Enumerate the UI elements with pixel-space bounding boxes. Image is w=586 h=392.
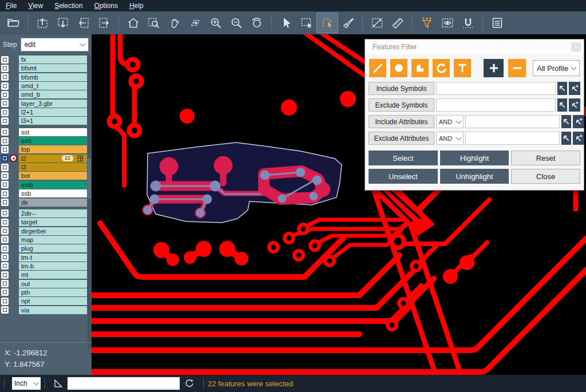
layer-label-l2[interactable]: l222: [19, 155, 87, 163]
layer-label-dirgerber[interactable]: dirgerber: [19, 227, 87, 235]
layer-label-smd_t[interactable]: smd_t: [19, 82, 87, 90]
toolbar-button-open-folder[interactable]: [3, 13, 23, 33]
layer-label-top[interactable]: top: [19, 145, 87, 153]
layer-label-map[interactable]: map: [19, 236, 87, 244]
layer-checkbox-2dir--[interactable]: [1, 209, 9, 217]
layer-label-fx[interactable]: fx: [19, 56, 87, 64]
layer-checkbox-l2[interactable]: [1, 155, 9, 162]
layer-label-layer_3.gbr[interactable]: layer_3.gbr: [19, 100, 87, 108]
layer-checkbox-smd_t[interactable]: [1, 82, 9, 90]
layer-label-dir[interactable]: dir: [19, 199, 87, 207]
toolbar-button-zoom-in[interactable]: [205, 13, 226, 33]
units-select[interactable]: Inch: [12, 377, 41, 390]
layer-label-l3+1[interactable]: l3+1: [19, 117, 87, 125]
layer-checkbox-tm-t[interactable]: [1, 254, 9, 261]
layer-label-smb[interactable]: smb: [19, 181, 87, 189]
layer-grid-icon[interactable]: [77, 156, 83, 161]
arc-feature-button[interactable]: [433, 59, 450, 77]
layer-label-npt[interactable]: npt: [19, 297, 87, 305]
menu-item-selection[interactable]: Selection: [54, 2, 82, 10]
layer-label-pth[interactable]: pth: [19, 288, 87, 296]
toolbar-button-show-hide[interactable]: [437, 13, 458, 33]
layer-checkbox-l3[interactable]: [1, 164, 9, 171]
step-select[interactable]: edit: [21, 38, 89, 52]
layer-checkbox-npt[interactable]: [1, 298, 9, 305]
include-attributes-button[interactable]: Include Attributes: [369, 115, 434, 128]
layer-checkbox-smb[interactable]: [1, 181, 9, 188]
layer-checkbox-smd_b[interactable]: [1, 91, 9, 98]
layer-checkbox-dirgerber[interactable]: [1, 227, 9, 235]
unselect-button[interactable]: Unselect: [369, 169, 438, 184]
exclude-symbols-input[interactable]: [436, 98, 556, 112]
layer-checkbox-sst[interactable]: [1, 128, 9, 136]
layer-label-out[interactable]: out: [19, 280, 87, 288]
text-feature-button[interactable]: [454, 59, 471, 77]
toolbar-button-pane-right[interactable]: [94, 13, 114, 33]
remove-feature-button[interactable]: [508, 59, 526, 77]
layer-checkbox-layer_3.gbr[interactable]: [1, 100, 9, 107]
layer-checkbox-map[interactable]: [1, 236, 9, 243]
layer-checkbox-bot[interactable]: [1, 172, 9, 180]
pick-arrow-button[interactable]: [557, 98, 567, 112]
command-input[interactable]: [68, 377, 180, 390]
toolbar-button-snap[interactable]: [458, 13, 478, 33]
pick-arrow-add-button[interactable]: [569, 98, 580, 112]
toolbar-button-zoom-out[interactable]: [226, 13, 247, 33]
layer-label-2dir--[interactable]: 2dir--: [19, 209, 87, 217]
layer-label-smd_b[interactable]: smd_b: [19, 90, 87, 98]
dialog-title-bar[interactable]: Features Filter ×: [365, 39, 584, 54]
layer-label-plug[interactable]: plug: [19, 244, 87, 252]
pick-arrow-button[interactable]: [557, 82, 567, 95]
toolbar-button-clear-highlight[interactable]: [338, 13, 358, 33]
select-button[interactable]: Select: [369, 151, 438, 165]
layer-label-sst[interactable]: sst: [19, 128, 87, 136]
layer-checkbox-mt[interactable]: [1, 271, 9, 279]
toolbar-button-ruler[interactable]: [387, 13, 408, 33]
line-feature-button[interactable]: [369, 59, 386, 77]
active-layer-indicator[interactable]: [10, 155, 17, 162]
layer-label-tm-b[interactable]: tm-b: [19, 262, 87, 270]
add-feature-button[interactable]: [484, 59, 504, 77]
layer-checkbox-dir[interactable]: [1, 199, 9, 206]
exclude-attributes-button[interactable]: Exclude Attributes: [369, 132, 434, 145]
dialog-close-button[interactable]: ×: [571, 42, 581, 52]
close-button[interactable]: Close: [511, 169, 580, 184]
layer-checkbox-bfsmb[interactable]: [1, 73, 9, 81]
layer-list-scrollbar[interactable]: [88, 56, 91, 349]
layer-checkbox-top[interactable]: [1, 146, 9, 153]
toolbar-button-pane-left[interactable]: [73, 13, 94, 33]
menu-item-file[interactable]: File: [6, 2, 17, 10]
toolbar-button-pane-up[interactable]: [32, 13, 53, 33]
menu-item-help[interactable]: Help: [129, 2, 144, 10]
pick-arrow-add-button[interactable]: [573, 132, 584, 145]
layer-checkbox-bfsmt[interactable]: [1, 65, 9, 72]
layer-label-bfsmb[interactable]: bfsmb: [19, 73, 87, 81]
layer-checkbox-target[interactable]: [1, 219, 9, 226]
layer-checkbox-out[interactable]: [1, 280, 9, 287]
menu-item-view[interactable]: View: [28, 2, 43, 10]
logic-operator-select[interactable]: AND: [436, 132, 464, 145]
pad-feature-button[interactable]: [390, 59, 407, 77]
pick-arrow-add-button[interactable]: [569, 82, 580, 95]
refresh-icon[interactable]: [184, 378, 195, 389]
toolbar-button-zoom-dynamic[interactable]: [185, 13, 205, 33]
menu-item-options[interactable]: Options: [94, 2, 118, 10]
layer-checkbox-l2+1[interactable]: [1, 109, 9, 116]
corner-snap-icon[interactable]: [53, 378, 64, 389]
layer-checkbox-ssb[interactable]: [1, 190, 9, 197]
layer-label-ssb[interactable]: ssb: [19, 189, 87, 197]
highlight-button[interactable]: Highlight: [440, 151, 509, 165]
reset-button[interactable]: Reset: [511, 151, 580, 165]
layer-checkbox-via[interactable]: [1, 306, 9, 314]
layer-label-l2+1[interactable]: l2+1: [19, 108, 87, 116]
unhighlight-button[interactable]: Unhighlight: [440, 169, 509, 184]
layer-checkbox-fx[interactable]: [1, 56, 9, 64]
layer-label-smt[interactable]: smt: [19, 137, 87, 145]
toolbar-button-home-view[interactable]: [123, 13, 144, 33]
logic-operator-select[interactable]: AND: [436, 115, 464, 128]
layer-label-target[interactable]: target: [19, 218, 87, 226]
exclude-attributes-input[interactable]: [465, 132, 560, 145]
toolbar-button-measure[interactable]: [367, 13, 387, 33]
toolbar-button-pan-hand[interactable]: [164, 13, 185, 33]
layer-label-bot[interactable]: bot: [19, 172, 87, 180]
